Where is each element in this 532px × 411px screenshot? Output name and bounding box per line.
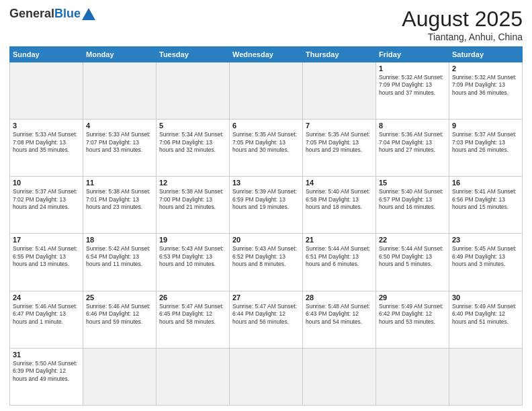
day-number: 5 bbox=[159, 122, 226, 130]
calendar-week-5: 31Sunrise: 5:50 AM Sunset: 6:39 PM Dayli… bbox=[10, 348, 523, 405]
calendar-cell: 28Sunrise: 5:48 AM Sunset: 6:43 PM Dayli… bbox=[303, 291, 376, 348]
day-info: Sunrise: 5:33 AM Sunset: 7:07 PM Dayligh… bbox=[86, 131, 153, 154]
day-number: 31 bbox=[13, 351, 80, 359]
day-info: Sunrise: 5:38 AM Sunset: 7:01 PM Dayligh… bbox=[86, 188, 153, 211]
day-info: Sunrise: 5:47 AM Sunset: 6:45 PM Dayligh… bbox=[159, 303, 226, 326]
calendar-week-2: 10Sunrise: 5:37 AM Sunset: 7:02 PM Dayli… bbox=[10, 177, 523, 234]
day-number: 8 bbox=[379, 122, 446, 130]
day-number: 1 bbox=[379, 64, 446, 73]
calendar-cell bbox=[303, 62, 376, 120]
calendar-cell: 29Sunrise: 5:49 AM Sunset: 6:42 PM Dayli… bbox=[376, 291, 449, 348]
calendar-cell bbox=[157, 348, 230, 405]
day-number: 23 bbox=[452, 236, 519, 244]
calendar-cell: 23Sunrise: 5:45 AM Sunset: 6:49 PM Dayli… bbox=[449, 234, 523, 291]
day-header-friday: Friday bbox=[376, 47, 449, 62]
day-number: 7 bbox=[306, 122, 373, 130]
day-header-saturday: Saturday bbox=[449, 47, 523, 62]
calendar-cell: 9Sunrise: 5:37 AM Sunset: 7:03 PM Daylig… bbox=[449, 120, 523, 177]
day-number: 3 bbox=[13, 122, 80, 130]
day-info: Sunrise: 5:34 AM Sunset: 7:06 PM Dayligh… bbox=[159, 131, 226, 154]
day-number: 11 bbox=[86, 179, 153, 187]
calendar-cell: 6Sunrise: 5:35 AM Sunset: 7:05 PM Daylig… bbox=[230, 120, 303, 177]
calendar-cell: 11Sunrise: 5:38 AM Sunset: 7:01 PM Dayli… bbox=[83, 177, 157, 234]
day-number: 24 bbox=[13, 293, 80, 302]
day-number: 20 bbox=[232, 236, 300, 244]
calendar-cell bbox=[10, 62, 83, 120]
calendar-cell: 5Sunrise: 5:34 AM Sunset: 7:06 PM Daylig… bbox=[157, 120, 230, 177]
calendar-cell: 18Sunrise: 5:42 AM Sunset: 6:54 PM Dayli… bbox=[83, 234, 157, 291]
calendar-cell: 8Sunrise: 5:36 AM Sunset: 7:04 PM Daylig… bbox=[376, 120, 449, 177]
subtitle: Tiantang, Anhui, China bbox=[402, 32, 523, 42]
logo: General Blue bbox=[9, 7, 95, 21]
calendar-body: 1Sunrise: 5:32 AM Sunset: 7:09 PM Daylig… bbox=[10, 62, 523, 406]
calendar-cell: 24Sunrise: 5:46 AM Sunset: 6:47 PM Dayli… bbox=[10, 291, 83, 348]
calendar-cell bbox=[230, 348, 303, 405]
calendar-cell: 26Sunrise: 5:47 AM Sunset: 6:45 PM Dayli… bbox=[157, 291, 230, 348]
calendar-week-0: 1Sunrise: 5:32 AM Sunset: 7:09 PM Daylig… bbox=[10, 62, 523, 120]
title-block: August 2025 Tiantang, Anhui, China bbox=[402, 7, 523, 42]
calendar-cell: 30Sunrise: 5:49 AM Sunset: 6:40 PM Dayli… bbox=[449, 291, 523, 348]
month-title: August 2025 bbox=[402, 7, 523, 32]
logo-general-text: General bbox=[9, 7, 54, 21]
day-info: Sunrise: 5:37 AM Sunset: 7:02 PM Dayligh… bbox=[13, 188, 80, 211]
day-info: Sunrise: 5:32 AM Sunset: 7:09 PM Dayligh… bbox=[379, 74, 446, 97]
day-header-monday: Monday bbox=[83, 47, 157, 62]
day-number: 19 bbox=[159, 236, 226, 244]
day-info: Sunrise: 5:40 AM Sunset: 6:58 PM Dayligh… bbox=[306, 188, 373, 211]
calendar-table: SundayMondayTuesdayWednesdayThursdayFrid… bbox=[9, 46, 523, 406]
calendar-cell: 4Sunrise: 5:33 AM Sunset: 7:07 PM Daylig… bbox=[83, 120, 157, 177]
logo-blue-text: Blue bbox=[54, 7, 81, 21]
calendar-week-4: 24Sunrise: 5:46 AM Sunset: 6:47 PM Dayli… bbox=[10, 291, 523, 348]
day-info: Sunrise: 5:46 AM Sunset: 6:47 PM Dayligh… bbox=[13, 303, 80, 326]
calendar-cell bbox=[449, 348, 523, 405]
calendar-cell bbox=[157, 62, 230, 120]
header: General Blue August 2025 Tiantang, Anhui… bbox=[9, 7, 523, 42]
calendar-cell: 2Sunrise: 5:32 AM Sunset: 7:09 PM Daylig… bbox=[449, 62, 523, 120]
day-number: 10 bbox=[13, 179, 80, 187]
day-header-wednesday: Wednesday bbox=[230, 47, 303, 62]
day-number: 30 bbox=[452, 293, 519, 302]
calendar-cell bbox=[303, 348, 376, 405]
day-info: Sunrise: 5:38 AM Sunset: 7:00 PM Dayligh… bbox=[159, 188, 226, 211]
day-number: 28 bbox=[306, 293, 373, 302]
calendar-cell: 7Sunrise: 5:35 AM Sunset: 7:05 PM Daylig… bbox=[303, 120, 376, 177]
calendar-cell bbox=[230, 62, 303, 120]
calendar-cell: 1Sunrise: 5:32 AM Sunset: 7:09 PM Daylig… bbox=[376, 62, 449, 120]
day-info: Sunrise: 5:33 AM Sunset: 7:08 PM Dayligh… bbox=[13, 131, 80, 154]
day-info: Sunrise: 5:47 AM Sunset: 6:44 PM Dayligh… bbox=[232, 303, 300, 326]
calendar-cell: 27Sunrise: 5:47 AM Sunset: 6:44 PM Dayli… bbox=[230, 291, 303, 348]
day-info: Sunrise: 5:41 AM Sunset: 6:55 PM Dayligh… bbox=[13, 245, 80, 268]
header-row: SundayMondayTuesdayWednesdayThursdayFrid… bbox=[10, 47, 523, 62]
day-info: Sunrise: 5:41 AM Sunset: 6:56 PM Dayligh… bbox=[452, 188, 519, 211]
day-info: Sunrise: 5:42 AM Sunset: 6:54 PM Dayligh… bbox=[86, 245, 153, 268]
day-info: Sunrise: 5:49 AM Sunset: 6:42 PM Dayligh… bbox=[379, 303, 446, 326]
day-info: Sunrise: 5:32 AM Sunset: 7:09 PM Dayligh… bbox=[452, 74, 519, 97]
calendar-cell: 12Sunrise: 5:38 AM Sunset: 7:00 PM Dayli… bbox=[157, 177, 230, 234]
calendar-cell: 31Sunrise: 5:50 AM Sunset: 6:39 PM Dayli… bbox=[10, 348, 83, 405]
day-number: 29 bbox=[379, 293, 446, 302]
calendar-cell: 3Sunrise: 5:33 AM Sunset: 7:08 PM Daylig… bbox=[10, 120, 83, 177]
calendar-cell: 20Sunrise: 5:43 AM Sunset: 6:52 PM Dayli… bbox=[230, 234, 303, 291]
page: General Blue August 2025 Tiantang, Anhui… bbox=[0, 0, 532, 411]
day-info: Sunrise: 5:43 AM Sunset: 6:53 PM Dayligh… bbox=[159, 245, 226, 268]
day-number: 13 bbox=[232, 179, 300, 187]
calendar-cell: 25Sunrise: 5:46 AM Sunset: 6:46 PM Dayli… bbox=[83, 291, 157, 348]
calendar-cell: 16Sunrise: 5:41 AM Sunset: 6:56 PM Dayli… bbox=[449, 177, 523, 234]
calendar-cell: 14Sunrise: 5:40 AM Sunset: 6:58 PM Dayli… bbox=[303, 177, 376, 234]
day-number: 21 bbox=[306, 236, 373, 244]
day-number: 26 bbox=[159, 293, 226, 302]
calendar-cell bbox=[83, 348, 157, 405]
day-number: 6 bbox=[232, 122, 300, 130]
day-header-thursday: Thursday bbox=[303, 47, 376, 62]
calendar-cell: 13Sunrise: 5:39 AM Sunset: 6:59 PM Dayli… bbox=[230, 177, 303, 234]
calendar-cell: 19Sunrise: 5:43 AM Sunset: 6:53 PM Dayli… bbox=[157, 234, 230, 291]
day-info: Sunrise: 5:36 AM Sunset: 7:04 PM Dayligh… bbox=[379, 131, 446, 154]
day-number: 27 bbox=[232, 293, 300, 302]
day-number: 25 bbox=[86, 293, 153, 302]
calendar-cell: 10Sunrise: 5:37 AM Sunset: 7:02 PM Dayli… bbox=[10, 177, 83, 234]
day-number: 22 bbox=[379, 236, 446, 244]
day-number: 4 bbox=[86, 122, 153, 130]
calendar-header: SundayMondayTuesdayWednesdayThursdayFrid… bbox=[10, 47, 523, 62]
day-info: Sunrise: 5:49 AM Sunset: 6:40 PM Dayligh… bbox=[452, 303, 519, 326]
day-number: 15 bbox=[379, 179, 446, 187]
